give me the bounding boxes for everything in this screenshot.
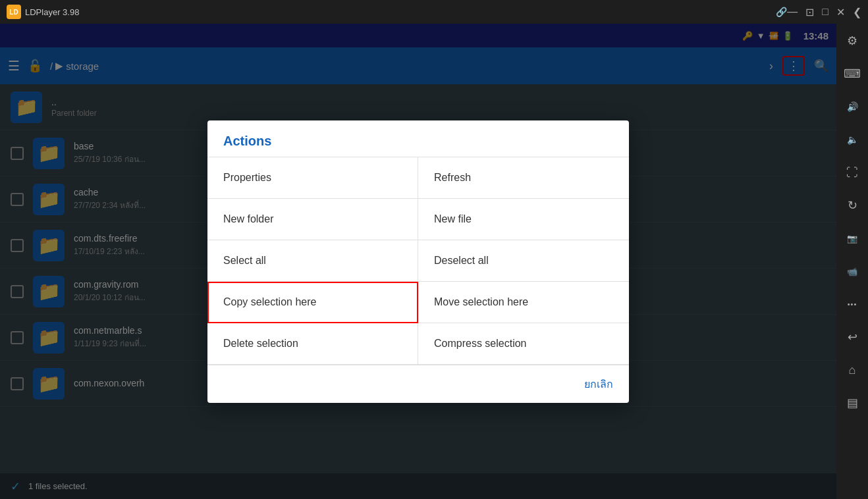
modal-overlay: Actions Properties Refresh New folder <box>0 24 836 499</box>
action-refresh-label: Refresh <box>434 172 471 184</box>
action-new-folder-label: New folder <box>223 213 273 225</box>
action-select-all-label: Select all <box>223 255 266 267</box>
layers-icon[interactable]: ▤ <box>840 391 864 415</box>
close-button[interactable]: ✕ <box>836 6 845 18</box>
action-refresh[interactable]: Refresh <box>418 157 629 199</box>
action-new-folder[interactable]: New folder <box>207 199 418 240</box>
screenshot-icon[interactable]: 📷 <box>840 226 864 250</box>
ldplayer-frame: LD LDPlayer 3.98 🔗 — ⊡ □ ✕ ❮ 🔑 ▼ 📶 🔋 13:… <box>0 0 868 499</box>
volume-down-icon[interactable]: 🔈 <box>840 128 864 151</box>
action-deselect-all[interactable]: Deselect all <box>418 240 629 282</box>
back-button-icon[interactable]: ↩ <box>840 325 864 349</box>
ldplayer-logo: LD <box>7 5 21 19</box>
action-new-file[interactable]: New file <box>418 199 629 240</box>
action-new-file-label: New file <box>434 213 472 225</box>
home-icon[interactable]: ⌂ <box>840 358 864 382</box>
dialog-footer: ยกเลิก <box>207 365 629 403</box>
dialog-grid: Properties Refresh New folder New file <box>207 157 629 365</box>
action-delete-selection-label: Delete selection <box>223 338 298 350</box>
action-deselect-all-label: Deselect all <box>434 255 489 267</box>
restore-button[interactable]: ⊡ <box>805 6 814 18</box>
title-bar: LD LDPlayer 3.98 🔗 — ⊡ □ ✕ ❮ <box>0 0 868 24</box>
action-compress-selection-label: Compress selection <box>434 338 527 350</box>
back-arrow-icon[interactable]: ❮ <box>853 6 861 18</box>
action-copy-selection-label: Copy selection here <box>223 296 316 308</box>
minimize-button[interactable]: — <box>787 6 798 18</box>
main-area: 🔑 ▼ 📶 🔋 13:48 ☰ 🔓 / ▶ storage › ⋮ <box>0 24 868 499</box>
cancel-button[interactable]: ยกเลิก <box>584 376 613 392</box>
dialog-title: Actions <box>207 120 629 157</box>
rotate-icon[interactable]: ↻ <box>840 194 864 217</box>
fullscreen-icon[interactable]: ⛶ <box>840 161 864 184</box>
action-move-selection[interactable]: Move selection here <box>418 282 629 323</box>
link-icon: 🔗 <box>776 7 787 17</box>
keyboard-icon[interactable]: ⌨ <box>840 62 864 86</box>
action-properties[interactable]: Properties <box>207 157 418 199</box>
right-sidebar: ⚙ ⌨ 🔊 🔈 ⛶ ↻ 📷 📹 ••• ↩ ⌂ ▤ <box>836 24 868 499</box>
action-select-all[interactable]: Select all <box>207 240 418 282</box>
volume-up-icon[interactable]: 🔊 <box>840 95 864 118</box>
video-icon[interactable]: 📹 <box>840 259 864 283</box>
android-area: 🔑 ▼ 📶 🔋 13:48 ☰ 🔓 / ▶ storage › ⋮ <box>0 24 836 499</box>
action-copy-selection[interactable]: Copy selection here <box>207 282 418 323</box>
title-controls: — ⊡ □ ✕ ❮ <box>787 6 861 18</box>
app-name: LDPlayer 3.98 <box>25 7 773 17</box>
action-move-selection-label: Move selection here <box>434 296 528 308</box>
action-compress-selection[interactable]: Compress selection <box>418 323 629 365</box>
action-properties-label: Properties <box>223 172 271 184</box>
maximize-button[interactable]: □ <box>822 6 828 18</box>
settings-icon[interactable]: ⚙ <box>840 29 864 53</box>
action-delete-selection[interactable]: Delete selection <box>207 323 418 365</box>
more-options-icon[interactable]: ••• <box>840 292 864 316</box>
actions-dialog: Actions Properties Refresh New folder <box>207 120 629 403</box>
